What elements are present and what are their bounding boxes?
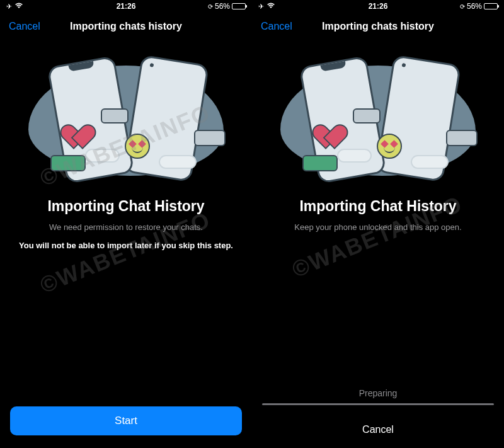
status-bar: ✈ 21:26 ⟳ 56% (0, 0, 252, 13)
content-area: Importing Chat History Keep your phone u… (252, 185, 504, 241)
page-subtitle: Keep your phone unlocked and this app op… (267, 222, 489, 232)
chat-bubble-icon (446, 130, 478, 146)
content-area: Importing Chat History We need permissio… (0, 185, 252, 250)
airplane-mode-icon: ✈ (258, 3, 264, 11)
status-bar: ✈ 21:26 ⟳ 56% (252, 0, 504, 13)
chat-bubble-icon (101, 108, 129, 123)
chat-bubble-icon (194, 130, 226, 146)
battery-icon (232, 3, 246, 9)
bottom-actions: Start (0, 406, 252, 435)
screen-import-start: ✈ 21:26 ⟳ 56% Cancel Importing chats his… (0, 0, 252, 448)
rotation-lock-icon: ⟳ (460, 3, 465, 10)
nav-cancel-button[interactable]: Cancel (261, 21, 292, 32)
nav-title: Importing chats history (70, 21, 182, 32)
illustration (271, 53, 485, 185)
chat-bubble-icon (50, 155, 86, 171)
bottom-actions: Preparing Cancel (252, 388, 504, 435)
heart-eyes-emoji-icon (377, 134, 402, 159)
battery-percent: 56% (467, 2, 482, 11)
cancel-button[interactable]: Cancel (262, 424, 494, 435)
nav-title: Importing chats history (322, 21, 434, 32)
heart-icon (320, 125, 345, 148)
chat-bubble-icon (302, 155, 338, 171)
nav-bar: Cancel Importing chats history (0, 13, 252, 40)
screen-import-progress: ✈ 21:26 ⟳ 56% Cancel Importing chats his… (252, 0, 504, 448)
battery-percent: 56% (215, 2, 230, 11)
illustration (19, 53, 233, 185)
progress-label: Preparing (262, 388, 494, 398)
status-time: 21:26 (117, 2, 136, 11)
heart-icon (68, 125, 93, 148)
page-heading: Importing Chat History (267, 198, 489, 215)
rotation-lock-icon: ⟳ (208, 3, 213, 10)
battery-icon (484, 3, 498, 9)
wifi-icon (14, 2, 23, 11)
progress-bar (262, 403, 494, 405)
warning-text: You will not be able to import later if … (15, 241, 237, 250)
chat-bubble-icon (353, 108, 381, 123)
airplane-mode-icon: ✈ (6, 3, 12, 11)
nav-cancel-button[interactable]: Cancel (9, 21, 40, 32)
start-button[interactable]: Start (10, 406, 242, 435)
page-heading: Importing Chat History (15, 198, 237, 215)
heart-eyes-emoji-icon (125, 134, 150, 159)
nav-bar: Cancel Importing chats history (252, 13, 504, 40)
status-time: 21:26 (369, 2, 388, 11)
wifi-icon (266, 2, 275, 11)
page-subtitle: We need permission to restore your chats… (15, 222, 237, 232)
